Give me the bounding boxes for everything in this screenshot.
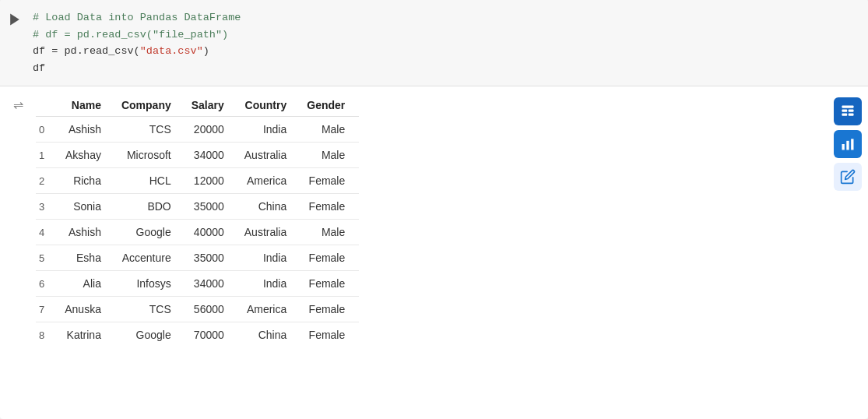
cell-company: Google (115, 220, 185, 245)
code-line-2: # df = pd.read_csv("file_path") (33, 26, 241, 44)
cell-country: America (238, 168, 300, 194)
svg-rect-3 (849, 110, 854, 112)
cell-salary: 34000 (185, 271, 238, 297)
cell-gutter: ⇌ (6, 94, 30, 112)
data-table: Name Company Salary Country Gender 0 Ash… (36, 94, 359, 347)
code-normal-1: df = pd.read_csv( (33, 45, 140, 57)
cell-gender: Female (300, 297, 359, 322)
right-toolbar (834, 94, 862, 191)
cell-company: TCS (115, 297, 185, 322)
cell-index: 0 (36, 117, 58, 143)
cell-salary: 35000 (185, 194, 238, 220)
code-block: # Load Data into Pandas DataFrame # df =… (33, 9, 241, 76)
cell-gender: Male (300, 220, 359, 245)
cell-salary: 34000 (185, 143, 238, 168)
svg-rect-4 (842, 114, 848, 116)
table-row: 3 Sonia BDO 35000 China Female (36, 194, 359, 220)
col-header-gender: Gender (300, 94, 359, 117)
table-view-button[interactable] (834, 97, 862, 125)
cell-index: 5 (36, 245, 58, 271)
table-row: 5 Esha Accenture 35000 India Female (36, 245, 359, 271)
cell-country: China (238, 322, 300, 348)
cell-name: Anuska (58, 297, 115, 322)
cell-country: Australia (238, 220, 300, 245)
table-row: 4 Ashish Google 40000 Australia Male (36, 220, 359, 245)
svg-rect-8 (851, 139, 853, 150)
cell-gender: Female (300, 271, 359, 297)
run-button[interactable] (6, 11, 23, 28)
cell-country: China (238, 194, 300, 220)
cell-name: Esha (58, 245, 115, 271)
col-header-company: Company (115, 94, 185, 117)
swap-icon: ⇌ (13, 97, 23, 112)
notebook-container: # Load Data into Pandas DataFrame # df =… (0, 0, 868, 419)
cell-index: 2 (36, 168, 58, 194)
cell-index: 7 (36, 297, 58, 322)
cell-company: TCS (115, 117, 185, 143)
cell-name: Alia (58, 271, 115, 297)
cell-company: Google (115, 322, 185, 348)
cell-country: India (238, 117, 300, 143)
cell-salary: 12000 (185, 168, 238, 194)
cell-company: HCL (115, 168, 185, 194)
cell-salary: 20000 (185, 117, 238, 143)
table-row: 2 Richa HCL 12000 America Female (36, 168, 359, 194)
edit-button[interactable] (834, 163, 862, 191)
code-comment-1: # Load Data into Pandas DataFrame (33, 12, 241, 23)
code-line-3: df = pd.read_csv("data.csv") (33, 43, 241, 60)
cell-index: 3 (36, 194, 58, 220)
code-line-4: df (33, 60, 241, 77)
col-header-salary: Salary (185, 94, 238, 117)
cell-company: Microsoft (115, 143, 185, 168)
cell-index: 6 (36, 271, 58, 297)
table-row: 0 Ashish TCS 20000 India Male (36, 117, 359, 143)
cell-country: India (238, 271, 300, 297)
cell-company: BDO (115, 194, 185, 220)
code-df: df (33, 62, 45, 74)
table-section: Name Company Salary Country Gender 0 Ash… (36, 94, 828, 347)
cell-company: Accenture (115, 245, 185, 271)
table-row: 8 Katrina Google 70000 China Female (36, 322, 359, 348)
cell-gender: Female (300, 168, 359, 194)
cell-name: Akshay (58, 143, 115, 168)
svg-rect-7 (846, 141, 849, 150)
cell-country: America (238, 297, 300, 322)
cell-salary: 56000 (185, 297, 238, 322)
svg-rect-1 (842, 106, 854, 108)
cell-salary: 40000 (185, 220, 238, 245)
cell-country: India (238, 245, 300, 271)
cell-country: Australia (238, 143, 300, 168)
cell-gender: Male (300, 117, 359, 143)
cell-gender: Female (300, 322, 359, 348)
svg-marker-0 (10, 14, 19, 26)
col-header-country: Country (238, 94, 300, 117)
chart-view-button[interactable] (834, 130, 862, 158)
cell-name: Richa (58, 168, 115, 194)
cell-name: Katrina (58, 322, 115, 348)
cell-name: Ashish (58, 220, 115, 245)
table-row: 1 Akshay Microsoft 34000 Australia Male (36, 143, 359, 168)
col-header-index (36, 94, 58, 117)
svg-rect-6 (842, 144, 845, 150)
cell-salary: 70000 (185, 322, 238, 348)
table-row: 7 Anuska TCS 56000 America Female (36, 297, 359, 322)
code-line-1: # Load Data into Pandas DataFrame (33, 9, 241, 26)
cell-salary: 35000 (185, 245, 238, 271)
cell-index: 8 (36, 322, 58, 348)
table-row: 6 Alia Infosys 34000 India Female (36, 271, 359, 297)
cell-gender: Male (300, 143, 359, 168)
code-string-1: "data.csv" (140, 45, 203, 57)
code-comment-2: # df = pd.read_csv("file_path") (33, 29, 228, 40)
code-cell: # Load Data into Pandas DataFrame # df =… (0, 0, 868, 86)
output-cell: ⇌ Name Company Salary Country Gender (0, 86, 868, 355)
cell-gender: Female (300, 194, 359, 220)
cell-name: Sonia (58, 194, 115, 220)
col-header-name: Name (58, 94, 115, 117)
cell-index: 4 (36, 220, 58, 245)
cell-index: 1 (36, 143, 58, 168)
code-normal-2: ) (203, 45, 209, 57)
cell-name: Ashish (58, 117, 115, 143)
table-header-row: Name Company Salary Country Gender (36, 94, 359, 117)
cell-company: Infosys (115, 271, 185, 297)
svg-rect-2 (842, 110, 848, 112)
